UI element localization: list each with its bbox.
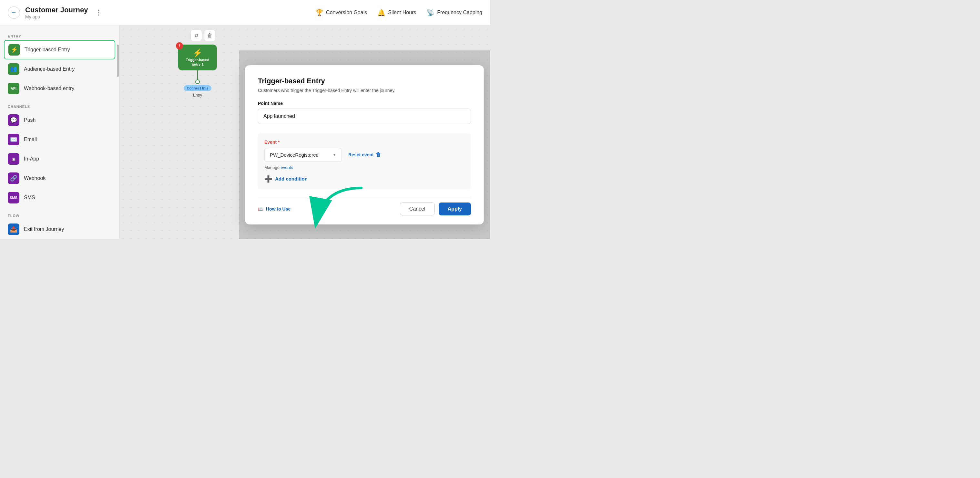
- sidebar-section-entry: ENTRY ⚡ Trigger-based Entry 👥 Audience-b…: [0, 32, 119, 98]
- events-link[interactable]: events: [281, 165, 293, 170]
- sidebar-item-push[interactable]: 💬 Push: [0, 110, 119, 130]
- flow-section-label: FLOW: [0, 211, 119, 220]
- sidebar-item-webhook-based[interactable]: API Webhook-based entry: [0, 79, 119, 98]
- delete-node-button[interactable]: 🗑: [204, 30, 216, 41]
- header-subtitle: My app: [25, 14, 88, 19]
- header-left: ← Customer Journey My app ⋮: [8, 6, 105, 19]
- event-selected-value: PW_DeviceRegistered: [270, 152, 318, 158]
- channels-section-label: CHANNELS: [0, 102, 119, 110]
- trigger-node[interactable]: ! ⚡ Trigger-basedEntry 1 Connect this En…: [178, 45, 217, 97]
- event-dropdown-row: PW_DeviceRegistered ▼ Reset event 🗑: [264, 148, 465, 162]
- connect-this-badge[interactable]: Connect this: [184, 85, 212, 91]
- header-menu-button[interactable]: ⋮: [93, 7, 105, 18]
- modal-overlay: Trigger-based Entry Customers who trigge…: [239, 50, 490, 239]
- event-section: Event * PW_DeviceRegistered ▼ Reset even…: [258, 133, 471, 189]
- header-title-block: Customer Journey My app: [25, 6, 88, 19]
- event-dropdown[interactable]: PW_DeviceRegistered ▼: [264, 148, 342, 162]
- manage-events-text: Manage events: [264, 165, 465, 170]
- add-condition-label: Add condition: [275, 176, 308, 182]
- email-icon: ✉️: [8, 134, 19, 145]
- inapp-icon: ▣: [8, 153, 19, 165]
- back-button[interactable]: ←: [8, 6, 20, 19]
- trigger-entry-modal: Trigger-based Entry Customers who trigge…: [245, 65, 484, 225]
- node-title: Trigger-basedEntry 1: [186, 57, 210, 67]
- copy-node-button[interactable]: ⧉: [191, 30, 202, 41]
- conversion-goals-label: Conversion Goals: [326, 10, 367, 16]
- silent-hours-action[interactable]: 🔔 Silent Hours: [377, 9, 416, 16]
- sidebar-item-audience-based[interactable]: 👥 Audience-based Entry: [0, 59, 119, 79]
- api-icon: API: [8, 83, 19, 94]
- apply-button[interactable]: Apply: [439, 202, 471, 215]
- audience-based-label: Audience-based Entry: [24, 66, 75, 72]
- webhook-label: Webhook: [24, 175, 46, 181]
- trigger-icon: ⚡: [8, 44, 20, 56]
- canvas: ⧉ 🗑 ! ⚡ Trigger-basedEntry 1 Connect thi…: [119, 25, 490, 239]
- audience-icon: 👥: [8, 63, 19, 75]
- sms-label: SMS: [24, 195, 35, 201]
- plus-circle-icon: ➕: [264, 175, 272, 183]
- trophy-icon: 🏆: [315, 9, 323, 16]
- point-name-label: Point Name: [258, 101, 471, 106]
- how-to-use-label: How to Use: [266, 206, 291, 212]
- how-to-use-button[interactable]: 📖 How to Use: [258, 206, 291, 212]
- add-condition-button[interactable]: ➕ Add condition: [264, 175, 465, 183]
- exit-icon: 📤: [8, 223, 19, 235]
- sidebar-item-webhook[interactable]: 🔗 Webhook: [0, 169, 119, 188]
- node-error-marker: !: [176, 42, 183, 49]
- trigger-based-label: Trigger-based Entry: [24, 47, 70, 53]
- entry-section-label: ENTRY: [0, 32, 119, 40]
- sms-icon: SMS: [8, 192, 19, 204]
- reset-event-button[interactable]: Reset event 🗑: [348, 152, 381, 158]
- webhook-based-label: Webhook-based entry: [24, 86, 74, 91]
- cancel-button[interactable]: Cancel: [400, 202, 435, 215]
- webhook-icon: 🔗: [8, 172, 19, 184]
- modal-description: Customers who trigger the Trigger-based …: [258, 88, 471, 93]
- dropdown-arrow-icon: ▼: [332, 153, 336, 157]
- inapp-label: In-App: [24, 156, 39, 162]
- modal-footer: 📖 How to Use Cancel Apply: [258, 197, 471, 215]
- event-label: Event *: [264, 140, 465, 145]
- modal-footer-buttons: Cancel Apply: [400, 202, 471, 215]
- conversion-goals-action[interactable]: 🏆 Conversion Goals: [315, 9, 367, 16]
- silent-hours-label: Silent Hours: [388, 10, 416, 16]
- header: ← Customer Journey My app ⋮ 🏆 Conversion…: [0, 0, 490, 25]
- frequency-capping-action[interactable]: 📡 Frequency Capping: [426, 9, 482, 16]
- sidebar-item-inapp[interactable]: ▣ In-App: [0, 149, 119, 169]
- exit-label: Exit from Journey: [24, 226, 64, 232]
- book-icon: 📖: [258, 206, 263, 212]
- trash-icon: 🗑: [376, 152, 381, 158]
- bell-icon: 🔔: [377, 9, 385, 16]
- sidebar-item-trigger-based[interactable]: ⚡ Trigger-based Entry: [4, 40, 115, 59]
- sidebar-section-channels: CHANNELS 💬 Push ✉️ Email ▣ In-App 🔗 Webh…: [0, 102, 119, 207]
- push-icon: 💬: [8, 114, 19, 126]
- sidebar-item-email[interactable]: ✉️ Email: [0, 130, 119, 149]
- sidebar-item-exit[interactable]: 📤 Exit from Journey: [0, 220, 119, 239]
- push-label: Push: [24, 117, 35, 123]
- sidebar-item-sms[interactable]: SMS SMS: [0, 188, 119, 207]
- node-lightning-icon: ⚡: [193, 48, 202, 57]
- node-label: Entry: [193, 93, 202, 97]
- reset-event-label: Reset event: [348, 152, 374, 157]
- email-label: Email: [24, 137, 37, 142]
- node-box[interactable]: ! ⚡ Trigger-basedEntry 1: [178, 45, 217, 70]
- header-title: Customer Journey: [25, 6, 88, 14]
- header-right: 🏆 Conversion Goals 🔔 Silent Hours 📡 Freq…: [315, 9, 482, 16]
- sidebar-section-flow: FLOW 📤 Exit from Journey 🕐 Time Delay: [0, 211, 119, 239]
- satellite-icon: 📡: [426, 9, 434, 16]
- sidebar: ENTRY ⚡ Trigger-based Entry 👥 Audience-b…: [0, 25, 119, 239]
- canvas-toolbar: ⧉ 🗑: [191, 30, 216, 41]
- node-connector: [195, 80, 200, 84]
- modal-title: Trigger-based Entry: [258, 77, 471, 85]
- point-name-input[interactable]: [258, 108, 471, 124]
- frequency-capping-label: Frequency Capping: [437, 10, 482, 16]
